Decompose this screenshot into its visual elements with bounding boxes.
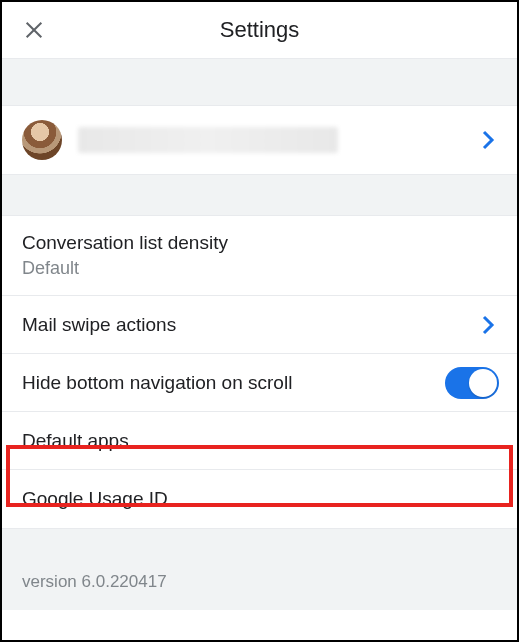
header: Settings [2,2,517,58]
chevron-right-icon [481,315,495,335]
row-title: Google Usage ID [22,488,497,510]
chevron-right-icon [481,130,495,150]
close-button[interactable] [20,16,48,44]
section-spacer [2,58,517,106]
account-name-redacted [78,127,338,153]
row-conversation-density[interactable]: Conversation list density Default [2,216,517,296]
version-row: version 6.0.220417 [2,558,517,610]
settings-list: Conversation list density Default Mail s… [2,216,517,528]
account-row[interactable] [2,106,517,174]
close-icon [23,19,45,41]
row-subtitle: Default [22,258,497,279]
version-text: version 6.0.220417 [22,572,497,592]
toggle-hide-nav[interactable] [445,367,499,399]
row-google-usage-id[interactable]: Google Usage ID [2,470,517,528]
row-title: Default apps [22,430,497,452]
row-hide-bottom-nav[interactable]: Hide bottom navigation on scroll [2,354,517,412]
toggle-knob [469,369,497,397]
avatar [22,120,62,160]
row-default-apps[interactable]: Default apps [2,412,517,470]
page-title: Settings [220,17,300,43]
section-spacer [2,528,517,558]
row-title: Conversation list density [22,232,497,254]
row-title: Mail swipe actions [22,314,497,336]
section-spacer [2,174,517,216]
row-mail-swipe-actions[interactable]: Mail swipe actions [2,296,517,354]
row-title: Hide bottom navigation on scroll [22,372,497,394]
